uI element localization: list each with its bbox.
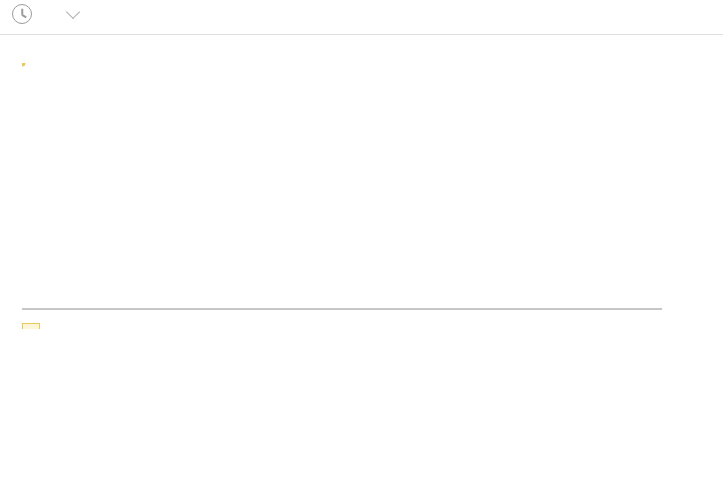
svg-point-1 bbox=[22, 63, 26, 67]
clock-icon bbox=[12, 4, 32, 24]
chevron-down-icon bbox=[66, 5, 80, 19]
chart-svg bbox=[22, 63, 682, 323]
time-picker[interactable] bbox=[0, 0, 723, 35]
chart-tooltip bbox=[22, 323, 40, 329]
load-time-chart[interactable] bbox=[22, 63, 682, 323]
